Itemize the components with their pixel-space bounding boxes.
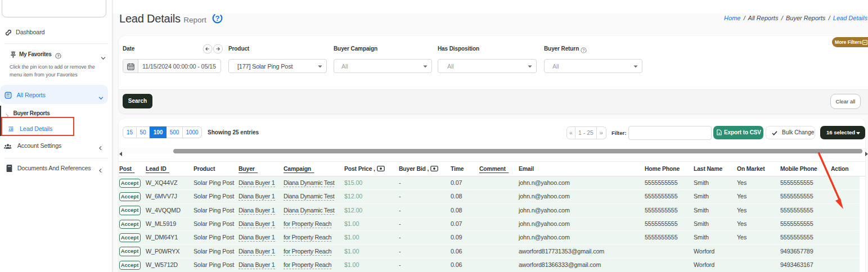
svg-text:x: x (718, 132, 720, 135)
svg-text:?: ? (57, 53, 60, 58)
svg-text:?: ? (582, 48, 585, 53)
svg-text:?: ? (215, 14, 220, 22)
